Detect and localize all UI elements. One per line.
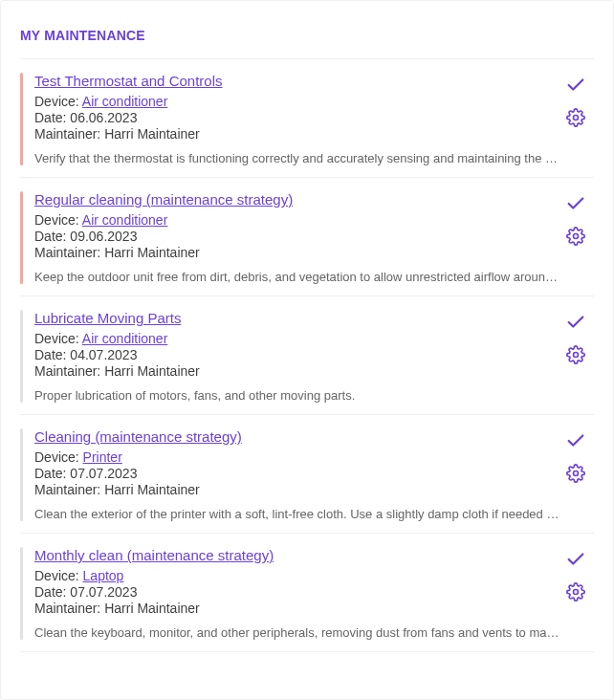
item-actions [561,73,590,128]
date-line: Date: 07.07.2023 [34,466,561,481]
settings-button[interactable] [565,344,586,365]
device-link[interactable]: Air conditioner [82,94,168,109]
date-value: 04.07.2023 [70,347,137,362]
svg-point-4 [574,590,579,595]
item-body: Regular cleaning (maintenance strategy) … [34,191,561,284]
date-value: 07.07.2023 [70,584,137,600]
svg-point-0 [574,116,579,120]
description: Clean the exterior of the printer with a… [34,507,561,521]
device-line: Device: Air conditioner [34,331,561,346]
device-label: Device: [34,568,83,583]
date-label: Date: [34,466,70,481]
maintainer-line: Maintainer: Harri Maintainer [34,601,561,616]
description: Verify that the thermostat is functionin… [34,151,561,165]
date-label: Date: [34,110,70,125]
maintenance-list: Test Thermostat and Controls Device: Air… [20,59,594,652]
status-stripe [20,191,23,284]
gear-icon [566,464,585,483]
gear-icon [566,108,585,127]
settings-button[interactable] [565,581,586,602]
device-line: Device: Air conditioner [34,94,561,109]
check-icon [565,75,586,96]
device-label: Device: [34,94,82,109]
maintenance-item: Lubricate Moving Parts Device: Air condi… [20,296,594,415]
complete-button[interactable] [565,312,586,333]
date-value: 06.06.2023 [70,110,137,125]
maintainer-line: Maintainer: Harri Maintainer [34,126,561,142]
my-maintenance-panel: MY MAINTENANCE Test Thermostat and Contr… [0,0,614,700]
task-title-link[interactable]: Cleaning (maintenance strategy) [34,428,242,445]
item-actions [561,428,590,484]
maintainer-value: Harri Maintainer [104,363,200,379]
device-line: Device: Air conditioner [34,212,561,228]
maintainer-value: Harri Maintainer [104,126,200,142]
svg-point-2 [574,353,579,358]
complete-button[interactable] [565,430,586,451]
gear-icon [566,345,585,364]
maintainer-value: Harri Maintainer [104,601,200,616]
item-actions [561,310,590,365]
status-stripe [20,73,23,165]
gear-icon [566,582,585,602]
maintainer-label: Maintainer: [34,363,104,379]
maintenance-item: Regular cleaning (maintenance strategy) … [20,178,594,296]
task-title-link[interactable]: Monthly clean (maintenance strategy) [34,547,274,563]
item-body: Lubricate Moving Parts Device: Air condi… [34,310,561,403]
check-icon [565,549,586,570]
complete-button[interactable] [565,75,586,96]
check-icon [565,193,586,214]
complete-button[interactable] [565,549,586,570]
date-label: Date: [34,229,70,244]
check-icon [565,430,586,451]
description: Clean the keyboard, monitor, and other p… [34,625,561,640]
status-stripe [20,310,23,403]
svg-point-1 [574,234,579,239]
maintainer-label: Maintainer: [34,601,104,616]
maintenance-item: Monthly clean (maintenance strategy) Dev… [20,534,594,652]
device-label: Device: [34,331,82,346]
device-link[interactable]: Laptop [83,568,124,583]
item-actions [561,191,590,247]
panel-title: MY MAINTENANCE [20,1,594,59]
maintainer-label: Maintainer: [34,482,104,497]
device-link[interactable]: Printer [83,449,122,465]
maintainer-value: Harri Maintainer [104,482,200,497]
device-line: Device: Laptop [34,568,561,583]
item-body: Monthly clean (maintenance strategy) Dev… [34,547,561,640]
date-line: Date: 04.07.2023 [34,347,561,362]
task-title-link[interactable]: Regular cleaning (maintenance strategy) [34,191,293,208]
date-line: Date: 09.06.2023 [34,229,561,244]
date-label: Date: [34,347,70,362]
maintainer-line: Maintainer: Harri Maintainer [34,245,561,260]
device-line: Device: Printer [34,449,561,465]
maintainer-label: Maintainer: [34,245,104,260]
complete-button[interactable] [565,193,586,214]
item-actions [561,547,590,602]
item-body: Test Thermostat and Controls Device: Air… [34,73,561,165]
device-label: Device: [34,212,82,228]
task-title-link[interactable]: Lubricate Moving Parts [34,310,181,326]
svg-point-3 [574,471,579,476]
device-label: Device: [34,449,83,465]
settings-button[interactable] [565,107,586,128]
maintainer-line: Maintainer: Harri Maintainer [34,363,561,379]
settings-button[interactable] [565,226,586,247]
status-stripe [20,428,23,521]
device-link[interactable]: Air conditioner [82,331,168,346]
maintainer-label: Maintainer: [34,126,104,142]
date-line: Date: 06.06.2023 [34,110,561,125]
date-value: 09.06.2023 [70,229,137,244]
gear-icon [566,227,585,246]
description: Keep the outdoor unit free from dirt, de… [34,270,561,284]
maintenance-item: Test Thermostat and Controls Device: Air… [20,59,594,178]
date-value: 07.07.2023 [70,466,137,481]
item-body: Cleaning (maintenance strategy) Device: … [34,428,561,521]
date-label: Date: [34,584,70,600]
settings-button[interactable] [565,463,586,484]
device-link[interactable]: Air conditioner [82,212,168,228]
check-icon [565,312,586,333]
description: Proper lubrication of motors, fans, and … [34,388,561,403]
maintainer-value: Harri Maintainer [104,245,200,260]
status-stripe [20,547,23,640]
task-title-link[interactable]: Test Thermostat and Controls [34,73,222,89]
